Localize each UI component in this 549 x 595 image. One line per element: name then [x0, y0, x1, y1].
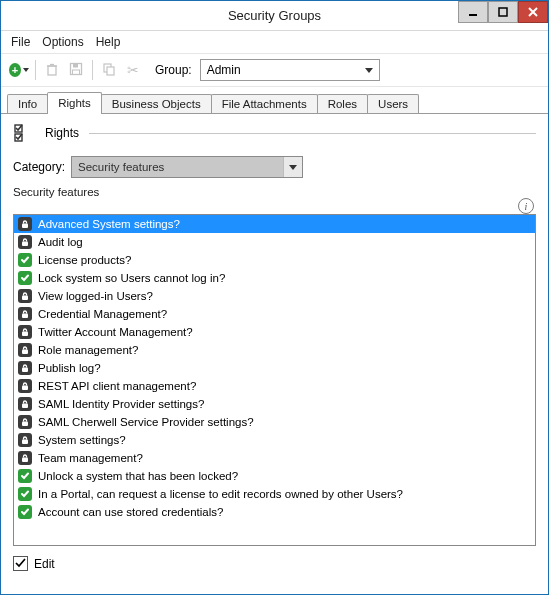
lock-icon	[18, 379, 32, 393]
tab-bar: Info Rights Business Objects File Attach…	[1, 89, 548, 114]
svg-rect-17	[22, 314, 28, 319]
feature-list-item[interactable]: SAML Cherwell Service Provider settings?	[14, 413, 535, 431]
svg-rect-25	[22, 458, 28, 463]
feature-list-item-label: Twitter Account Management?	[38, 326, 193, 338]
category-select-value: Security features	[72, 157, 284, 177]
scissors-icon: ✂	[127, 62, 139, 78]
group-select[interactable]: Admin	[200, 59, 380, 81]
tab-roles[interactable]: Roles	[317, 94, 368, 113]
lock-icon	[18, 397, 32, 411]
svg-rect-19	[22, 350, 28, 355]
tab-rights[interactable]: Rights	[47, 92, 102, 113]
feature-list-item-label: REST API client management?	[38, 380, 196, 392]
chevron-down-icon	[289, 165, 297, 170]
feature-list-item[interactable]: License products?	[14, 251, 535, 269]
feature-list-item-label: SAML Identity Provider settings?	[38, 398, 204, 410]
feature-list[interactable]: Advanced System settings?Audit logLicens…	[13, 214, 536, 546]
lock-icon	[18, 325, 32, 339]
svg-rect-22	[22, 404, 28, 409]
check-circle-icon	[18, 271, 32, 285]
separator	[35, 60, 36, 80]
lock-icon	[18, 361, 32, 375]
category-select[interactable]: Security features	[71, 156, 303, 178]
tab-business-objects[interactable]: Business Objects	[101, 94, 212, 113]
svg-rect-4	[48, 66, 56, 75]
maximize-button[interactable]	[488, 1, 518, 23]
toolbar: + ✂ Group: Admin	[1, 54, 548, 87]
title-bar: Security Groups	[1, 1, 548, 31]
group-label: Group:	[155, 63, 192, 77]
feature-list-item-label: Credential Management?	[38, 308, 167, 320]
plus-icon: +	[9, 63, 21, 77]
svg-rect-20	[22, 368, 28, 373]
menu-help[interactable]: Help	[96, 35, 121, 49]
add-button[interactable]: +	[9, 60, 29, 80]
edit-checkbox[interactable]	[13, 556, 28, 571]
tab-file-attachments[interactable]: File Attachments	[211, 94, 318, 113]
check-circle-icon	[18, 469, 32, 483]
close-button[interactable]	[518, 1, 548, 23]
feature-list-item-label: View logged-in Users?	[38, 290, 153, 302]
svg-rect-16	[22, 296, 28, 301]
feature-list-item[interactable]: Account can use stored credentials?	[14, 503, 535, 521]
feature-list-item-label: Unlock a system that has been locked?	[38, 470, 238, 482]
feature-list-item-label: Advanced System settings?	[38, 218, 180, 230]
feature-list-item[interactable]: Role management?	[14, 341, 535, 359]
svg-rect-8	[73, 63, 78, 67]
copy-button[interactable]	[99, 60, 119, 80]
svg-rect-11	[107, 67, 114, 75]
menu-bar: File Options Help	[1, 31, 548, 54]
lock-icon	[18, 451, 32, 465]
feature-list-item[interactable]: Credential Management?	[14, 305, 535, 323]
save-button[interactable]	[66, 60, 86, 80]
section-header: Rights	[13, 122, 536, 144]
check-circle-icon	[18, 253, 32, 267]
feature-list-item[interactable]: Lock system so Users cannot log in?	[14, 269, 535, 287]
menu-options[interactable]: Options	[42, 35, 83, 49]
feature-list-item-label: SAML Cherwell Service Provider settings?	[38, 416, 254, 428]
svg-rect-18	[22, 332, 28, 337]
category-select-arrow	[283, 157, 302, 177]
feature-list-item[interactable]: Team management?	[14, 449, 535, 467]
feature-list-item-label: Audit log	[38, 236, 83, 248]
trash-icon	[45, 62, 59, 79]
svg-rect-21	[22, 386, 28, 391]
feature-list-item[interactable]: Advanced System settings?	[14, 215, 535, 233]
feature-list-item[interactable]: REST API client management?	[14, 377, 535, 395]
feature-list-item-label: License products?	[38, 254, 131, 266]
feature-list-item-label: Publish log?	[38, 362, 101, 374]
svg-rect-9	[73, 70, 80, 75]
svg-rect-14	[22, 224, 28, 229]
feature-list-item[interactable]: View logged-in Users?	[14, 287, 535, 305]
feature-list-item-label: Lock system so Users cannot log in?	[38, 272, 225, 284]
svg-rect-24	[22, 440, 28, 445]
cut-button[interactable]: ✂	[123, 60, 143, 80]
window-title: Security Groups	[1, 8, 458, 23]
feature-list-item[interactable]: System settings?	[14, 431, 535, 449]
delete-button[interactable]	[42, 60, 62, 80]
feature-list-item[interactable]: SAML Identity Provider settings?	[14, 395, 535, 413]
edit-label: Edit	[34, 557, 55, 571]
feature-list-item-label: System settings?	[38, 434, 126, 446]
lock-icon	[18, 415, 32, 429]
checklist-icon	[13, 122, 35, 144]
feature-list-item[interactable]: Publish log?	[14, 359, 535, 377]
tab-users[interactable]: Users	[367, 94, 419, 113]
info-icon[interactable]: i	[518, 198, 534, 214]
category-row: Category: Security features	[13, 156, 536, 178]
feature-list-item[interactable]: In a Portal, can request a license to ed…	[14, 485, 535, 503]
menu-file[interactable]: File	[11, 35, 30, 49]
list-wrap: i Advanced System settings?Audit logLice…	[13, 200, 536, 546]
floppy-icon	[69, 62, 83, 79]
feature-list-item-label: Team management?	[38, 452, 143, 464]
minimize-button[interactable]	[458, 1, 488, 23]
svg-rect-15	[22, 242, 28, 247]
copy-icon	[102, 62, 116, 79]
tab-info[interactable]: Info	[7, 94, 48, 113]
feature-list-item-label: In a Portal, can request a license to ed…	[38, 488, 403, 500]
feature-list-item[interactable]: Twitter Account Management?	[14, 323, 535, 341]
feature-list-item[interactable]: Unlock a system that has been locked?	[14, 467, 535, 485]
lock-icon	[18, 307, 32, 321]
feature-list-item-label: Account can use stored credentials?	[38, 506, 223, 518]
feature-list-item[interactable]: Audit log	[14, 233, 535, 251]
